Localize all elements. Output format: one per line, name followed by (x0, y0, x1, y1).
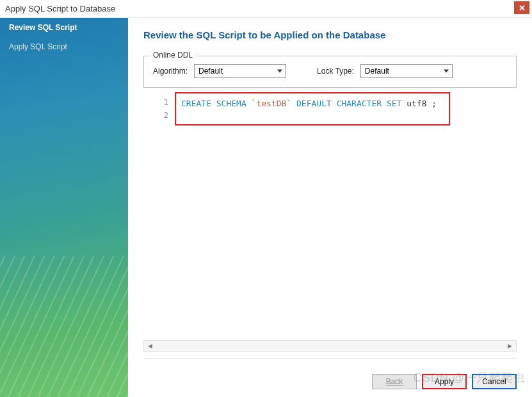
lock-type-label: Lock Type: (317, 67, 354, 76)
algorithm-label: Algorithm: (153, 67, 188, 76)
close-icon: ✕ (519, 3, 526, 13)
body: Review SQL Script Apply SQL Script Revie… (0, 18, 532, 397)
scroll-right-icon[interactable]: ► (506, 342, 513, 350)
main-panel: Review the SQL Script to be Applied on t… (128, 18, 532, 397)
online-ddl-group: Online DDL Algorithm: Default Lock Type:… (143, 56, 517, 88)
sql-schema-name: `testDB` (252, 99, 292, 108)
algorithm-select[interactable]: Default (194, 64, 286, 78)
wizard-sidebar: Review SQL Script Apply SQL Script (0, 18, 128, 397)
titlebar: Apply SQL Script to Database ✕ (0, 0, 532, 18)
sql-keyword: CREATE SCHEMA (181, 99, 246, 108)
line-gutter: 1 2 (144, 92, 175, 122)
sql-keyword: DEFAULT CHARACTER SET (296, 99, 401, 108)
sql-code-box: CREATE SCHEMA `testDB` DEFAULT CHARACTER… (175, 92, 450, 126)
window-title: Apply SQL Script to Database (5, 4, 115, 13)
apply-button[interactable]: Apply (422, 374, 467, 389)
sidebar-item-apply-script[interactable]: Apply SQL Script (0, 37, 128, 56)
page-heading: Review the SQL Script to be Applied on t… (143, 29, 517, 40)
scroll-left-icon[interactable]: ◄ (147, 342, 154, 350)
close-button[interactable]: ✕ (514, 1, 529, 14)
lock-type-select[interactable]: Default (360, 64, 453, 78)
back-button[interactable]: Back (372, 374, 417, 389)
sql-arg: utf8 ; (407, 99, 437, 108)
horizontal-scrollbar[interactable]: ◄ ► (143, 340, 517, 352)
button-row: Back Apply Cancel (143, 358, 517, 389)
cancel-button[interactable]: Cancel (472, 374, 517, 389)
ddl-row: Algorithm: Default Lock Type: Default (153, 64, 507, 78)
online-ddl-legend: Online DDL (150, 51, 195, 60)
line-number: 1 (144, 96, 168, 109)
line-number: 2 (144, 109, 168, 122)
sql-editor[interactable]: 1 2 CREATE SCHEMA `testDB` DEFAULT CHARA… (143, 92, 517, 126)
sidebar-item-review-script[interactable]: Review SQL Script (0, 18, 128, 37)
